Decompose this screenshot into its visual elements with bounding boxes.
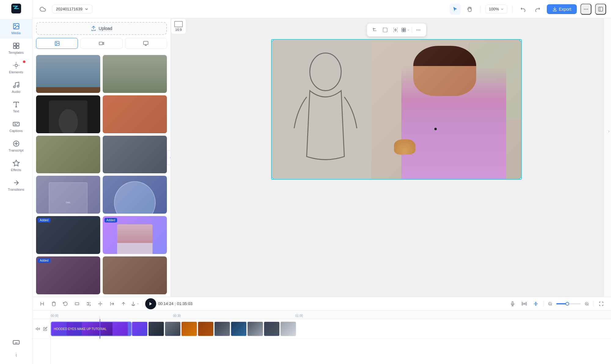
list-item[interactable]: Added 00:26 HOODED EYES MAKE... — [103, 216, 167, 254]
export-button[interactable]: Export — [547, 4, 577, 14]
more-canvas-button[interactable] — [414, 25, 423, 35]
aspect-ratio-button[interactable]: 16:9 — [171, 18, 186, 34]
merge-button[interactable] — [107, 299, 117, 309]
media-thumbnail: Added — [36, 136, 100, 174]
download-button[interactable] — [130, 299, 140, 309]
mic-button[interactable] — [508, 299, 517, 309]
volume-button[interactable] — [35, 326, 41, 332]
media-panel-collapse-button[interactable] — [167, 150, 171, 165]
layout-dropdown[interactable] — [401, 28, 410, 32]
thumb-clip-1[interactable] — [132, 322, 148, 336]
sidebar-item-audio-label: Audio — [12, 90, 20, 94]
cloud-save-button[interactable] — [37, 4, 48, 15]
sidebar-item-text[interactable]: Text — [0, 97, 32, 117]
snap-button[interactable] — [531, 299, 541, 309]
fullscreen-button[interactable] — [596, 299, 606, 309]
media-tab-video[interactable] — [80, 38, 122, 49]
media-panel-header: Upload — [32, 18, 171, 53]
svg-point-8 — [13, 86, 15, 88]
more-options-button[interactable] — [580, 4, 591, 15]
upload-button[interactable]: Upload — [36, 22, 167, 35]
panel-toggle-button[interactable] — [595, 4, 606, 15]
export-label: Export — [559, 7, 571, 12]
main-clip[interactable]: HOODED EYES MAKE UP TUTORIAL — [51, 322, 132, 336]
zoom-slider[interactable] — [556, 303, 581, 304]
replay-button[interactable] — [61, 299, 70, 309]
list-item[interactable]: SML reduce-woman-image... — [36, 176, 100, 214]
sidebar-item-transcript[interactable]: Transcript — [0, 136, 32, 156]
edit-button[interactable] — [42, 326, 48, 332]
list-item[interactable]: Added Pelumi-Box-Models-3... — [103, 95, 167, 133]
list-item[interactable]: scenic-drive-grandfat... — [36, 55, 100, 93]
project-id-button[interactable]: 202401171639 — [52, 5, 93, 13]
voiceover-button[interactable] — [519, 299, 529, 309]
zoom-thumb[interactable] — [565, 302, 569, 306]
zoom-in-button[interactable] — [583, 300, 591, 308]
scene-right-panel — [371, 40, 521, 179]
thumb-clip-9[interactable] — [264, 322, 280, 336]
zoom-out-button[interactable] — [546, 300, 554, 308]
pointer-tool-button[interactable] — [450, 4, 461, 15]
list-item[interactable]: FaceAnimeConverter_... — [103, 176, 167, 214]
canvas-frame — [271, 39, 522, 180]
ruler-mark-0: 00:00 — [51, 314, 58, 318]
zoom-level-text: 100% — [489, 7, 499, 11]
flip-button[interactable] — [84, 299, 94, 309]
list-item[interactable]: Added 360_F_645986509_0j... — [36, 136, 100, 174]
crop-button[interactable] — [370, 25, 379, 35]
panel-expand-button[interactable] — [607, 130, 611, 133]
list-item[interactable]: UpscaleImage_3|2023... — [103, 136, 167, 174]
topbar: 202401171639 100% Export — [32, 0, 611, 18]
transform-button[interactable] — [391, 25, 400, 35]
media-tab-screen[interactable] — [125, 38, 167, 49]
media-thumbnail — [36, 55, 100, 93]
thumb-clip-8[interactable] — [247, 322, 263, 336]
crop-timeline-button[interactable] — [72, 299, 82, 309]
sidebar-item-templates[interactable]: Templates — [0, 39, 32, 58]
trim-tool-button[interactable] — [37, 299, 47, 309]
svg-rect-25 — [404, 30, 405, 32]
svg-point-13 — [584, 9, 585, 9]
list-item[interactable] — [103, 256, 167, 294]
delete-button[interactable] — [49, 299, 59, 309]
thumb-clip-4[interactable] — [181, 322, 197, 336]
thumb-clip-7[interactable] — [231, 322, 247, 336]
remove-bg-button[interactable] — [381, 25, 390, 35]
sidebar-item-transitions[interactable]: Transitions — [0, 175, 32, 195]
sidebar-item-text-label: Text — [13, 109, 19, 113]
clip-thumb-5 — [112, 322, 128, 336]
sidebar-item-captions[interactable]: Captions — [0, 117, 32, 136]
zoom-level-button[interactable]: 100% — [485, 5, 507, 13]
media-tab-image[interactable] — [36, 38, 78, 49]
list-item[interactable]: download.jpeg — [36, 95, 100, 133]
sidebar-item-collapse[interactable]: ⟨ — [0, 350, 32, 361]
svg-rect-3 — [13, 43, 16, 46]
thumb-clip-2[interactable] — [148, 322, 164, 336]
tracks-container: HOODED EYES MAKE UP TUTORIAL — [51, 319, 611, 339]
sidebar-item-elements[interactable]: Elements — [0, 58, 32, 78]
split-button[interactable] — [95, 299, 105, 309]
media-thumbnail: Added — [36, 216, 100, 254]
undo-button[interactable] — [517, 4, 528, 15]
sidebar-item-keyboard[interactable] — [0, 335, 32, 350]
thumb-clip-5[interactable] — [198, 322, 214, 336]
svg-point-9 — [17, 85, 19, 87]
selection-handle-br[interactable] — [519, 177, 522, 180]
sidebar-item-audio[interactable]: Audio — [0, 78, 32, 97]
trim-end-button[interactable] — [119, 299, 128, 309]
play-button[interactable] — [145, 298, 156, 309]
redo-button[interactable] — [532, 4, 543, 15]
media-added-badge: Added — [38, 258, 50, 263]
hand-tool-button[interactable] — [464, 4, 475, 15]
sidebar-item-effects[interactable]: Effects — [0, 156, 32, 175]
thumb-clip-3[interactable] — [165, 322, 181, 336]
list-item[interactable]: Added 00:16 — [36, 256, 100, 294]
thumb-clip-6[interactable] — [214, 322, 230, 336]
list-item[interactable]: silver-thread-byway-l... — [103, 55, 167, 93]
sidebar-item-media[interactable]: Media — [0, 19, 32, 39]
list-item[interactable]: Added image.png.webp — [36, 216, 100, 254]
app-logo[interactable] — [11, 3, 22, 14]
thumb-clip-10[interactable] — [280, 322, 296, 336]
timeline-tracks-area: 00:00 00:30 01:00 — [51, 311, 611, 364]
timeline-ruler: 00:00 00:30 01:00 — [51, 311, 611, 319]
